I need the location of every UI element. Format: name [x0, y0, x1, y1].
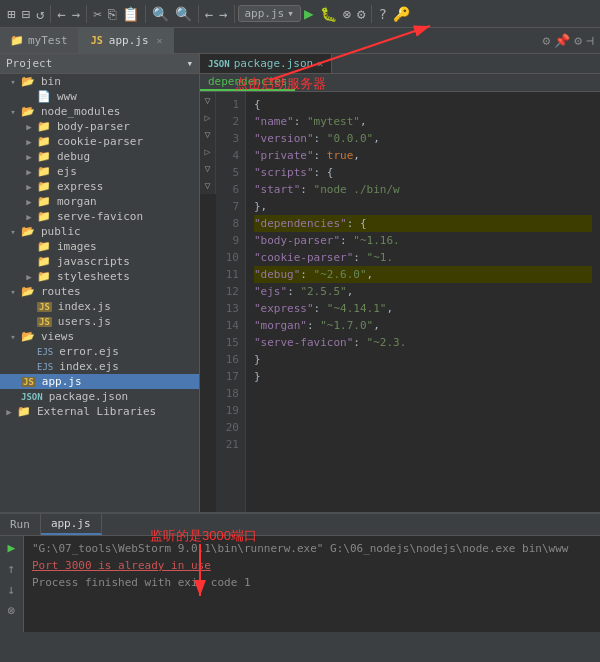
settings-icon[interactable]: ⚙ — [543, 33, 551, 48]
header-dropdown-icon[interactable]: ▾ — [186, 57, 193, 70]
tree-item-express[interactable]: ▶📁 express — [0, 179, 199, 194]
run-side-down-icon[interactable]: ↓ — [8, 582, 16, 597]
dropdown-icon: ▾ — [287, 7, 294, 20]
tree-item-ejs[interactable]: ▶📁 ejs — [0, 164, 199, 179]
run-config-selector[interactable]: app.js ▾ — [238, 5, 301, 22]
editor-area: JSON package.json ✕ dependencies ▽▷▽▷▽▽ … — [200, 54, 600, 512]
nav-forward-icon[interactable]: → — [216, 6, 230, 22]
line-num-16: 16 — [222, 351, 239, 368]
tab-close-button[interactable]: ✕ — [157, 35, 163, 46]
tree-arrow: ▾ — [8, 107, 18, 117]
tree-item-morgan[interactable]: ▶📁 morgan — [0, 194, 199, 209]
tree-item-cookie-parser[interactable]: ▶📁 cookie-parser — [0, 134, 199, 149]
tab-mytest-label: myTest — [28, 34, 68, 47]
json-icon: JSON — [208, 59, 230, 69]
tree-item-usersjs[interactable]: JS users.js — [0, 314, 199, 329]
run-tab[interactable]: Run — [0, 514, 41, 535]
line-num-6: 6 — [222, 181, 239, 198]
forward-icon[interactable]: → — [69, 6, 83, 22]
copy-icon[interactable]: ⎘ — [105, 6, 119, 22]
gutter-5: ▷ — [200, 109, 216, 126]
tree-arrow: ▶ — [4, 407, 14, 417]
tree-item-label: cookie-parser — [57, 135, 143, 148]
cut-icon[interactable]: ✂ — [90, 6, 104, 22]
open-icon[interactable]: ⊟ — [18, 6, 32, 22]
tree-item-packagejson-tree[interactable]: JSON package.json — [0, 389, 199, 404]
profile-icon[interactable]: ⚙ — [354, 6, 368, 22]
tree-arrow: ▶ — [24, 137, 34, 147]
tree-item-label: index.js — [58, 300, 111, 313]
tree-arrow: ▶ — [24, 182, 34, 192]
tree-item-stylesheets[interactable]: ▶📁 stylesheets — [0, 269, 199, 284]
tree-item-bin[interactable]: ▾📂 bin — [0, 74, 199, 89]
run-side-up-icon[interactable]: ↑ — [8, 561, 16, 576]
nav-back-icon[interactable]: ← — [202, 6, 216, 22]
tree-item-label: debug — [57, 150, 90, 163]
tree-item-public[interactable]: ▾📂 public — [0, 224, 199, 239]
paste-icon[interactable]: 📋 — [119, 6, 142, 22]
tree-item-serve-favicon[interactable]: ▶📁 serve-favicon — [0, 209, 199, 224]
coverage-icon[interactable]: ⊗ — [340, 6, 354, 22]
terminal-line-t4: Process finished with exit code 1 — [32, 574, 592, 591]
code-line-13: "express": "~4.14.1", — [254, 300, 592, 317]
tree-item-label: serve-favicon — [57, 210, 143, 223]
code-line-5: "scripts": { — [254, 164, 592, 181]
help-icon[interactable]: ? — [375, 6, 389, 22]
tree-item-ext-libs[interactable]: ▶📁 External Libraries — [0, 404, 199, 419]
line-num-9: 9 — [222, 232, 239, 249]
tree-item-views[interactable]: ▾📂 views — [0, 329, 199, 344]
tree-item-node_modules[interactable]: ▾📂 node_modules — [0, 104, 199, 119]
bug-icon[interactable]: 🐛 — [317, 6, 340, 22]
tree-item-label: views — [41, 330, 74, 343]
tree-item-appjs-tree[interactable]: JS app.js — [0, 374, 199, 389]
run-panel-tabs: Run app.js — [0, 514, 600, 536]
tree-item-www[interactable]: 📄 www — [0, 89, 199, 104]
tree-arrow: ▶ — [24, 272, 34, 282]
appjs-run-label: app.js — [51, 517, 91, 530]
separator3 — [145, 5, 146, 23]
main-area: Project ▾ ▾📂 bin 📄 www▾📂 node_modules▶📁 … — [0, 54, 600, 512]
tree-item-indexjs[interactable]: JS index.js — [0, 299, 199, 314]
project-panel-header: Project ▾ — [0, 54, 199, 74]
line-num-3: 3 — [222, 130, 239, 147]
tab-bar-actions: ⚙ 📌 ⚙ ⊣ — [543, 33, 600, 48]
tree-item-errorejs[interactable]: EJS error.ejs — [0, 344, 199, 359]
plugin-icon[interactable]: 🔑 — [390, 6, 413, 22]
sync-icon[interactable]: ↺ — [33, 6, 47, 22]
tree-item-indexejs[interactable]: EJS index.ejs — [0, 359, 199, 374]
find-icon[interactable]: 🔍 — [149, 6, 172, 22]
separator1 — [50, 5, 51, 23]
run-side-stop-icon[interactable]: ⊗ — [8, 603, 16, 618]
subtab-dependencies[interactable]: dependencies — [200, 74, 295, 91]
scroll-left-icon[interactable]: ⊣ — [586, 33, 594, 48]
find2-icon[interactable]: 🔍 — [172, 6, 195, 22]
folder-icon: 📁 — [37, 210, 51, 223]
gear2-icon[interactable]: ⚙ — [574, 33, 582, 48]
tree-arrow: ▾ — [8, 287, 18, 297]
packagejson-tab-close[interactable]: ✕ — [317, 58, 323, 69]
back-icon[interactable]: ← — [54, 6, 68, 22]
tab-appjs[interactable]: JS app.js ✕ — [79, 28, 174, 53]
save-icon[interactable]: ⊞ — [4, 6, 18, 22]
tab-packagejson[interactable]: JSON package.json ✕ — [200, 54, 332, 73]
folder-icon: 📁 — [37, 165, 51, 178]
code-line-9: "body-parser": "~1.16. — [254, 232, 592, 249]
file-tree: ▾📂 bin 📄 www▾📂 node_modules▶📁 body-parse… — [0, 74, 199, 419]
run-side-play-icon[interactable]: ▶ — [8, 540, 16, 555]
js-file-icon: JS — [89, 34, 105, 47]
code-content[interactable]: {"name": "mytest","version": "0.0.0","pr… — [246, 92, 600, 512]
tree-item-body-parser[interactable]: ▶📁 body-parser — [0, 119, 199, 134]
appjs-run-tab[interactable]: app.js — [41, 514, 102, 535]
pin-icon[interactable]: 📌 — [554, 33, 570, 48]
line-num-1: 1 — [222, 96, 239, 113]
run-button[interactable]: ▶ — [301, 4, 317, 23]
tree-item-images[interactable]: 📁 images — [0, 239, 199, 254]
code-line-14: "morgan": "~1.7.0", — [254, 317, 592, 334]
tab-mytest[interactable]: 📁 myTest — [0, 28, 79, 53]
tree-item-debug[interactable]: ▶📁 debug — [0, 149, 199, 164]
run-panel-content: ▶ ↑ ↓ ⊗ "G:\07_tools\WebStorm 9.0.1\bin\… — [0, 536, 600, 632]
tree-item-label: routes — [41, 285, 81, 298]
gutter-17: ▽ — [200, 177, 216, 194]
tree-item-javascripts[interactable]: 📁 javascripts — [0, 254, 199, 269]
tree-item-routes[interactable]: ▾📂 routes — [0, 284, 199, 299]
